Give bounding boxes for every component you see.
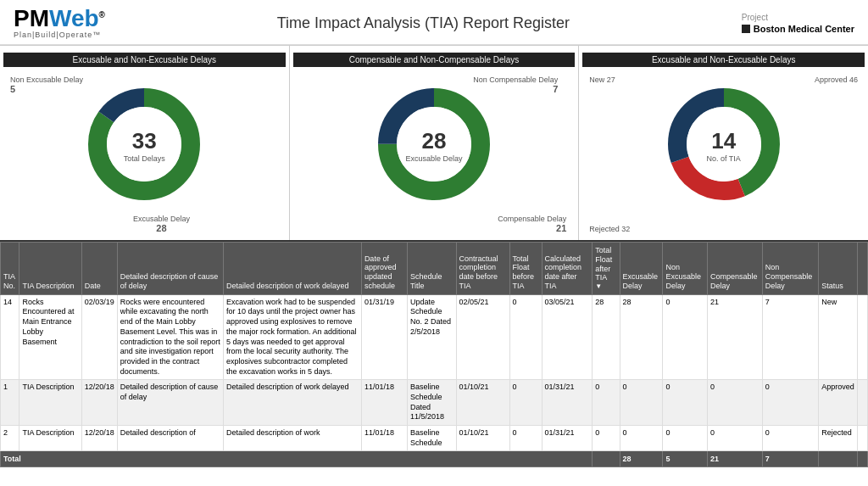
cell-total-float-before: 0	[509, 294, 542, 380]
donut-number-2: 28	[405, 128, 462, 154]
col-status: Status	[819, 243, 858, 295]
cell-approved-date: 01/31/19	[361, 294, 407, 380]
cell-work-delayed: Detailed description of work delayed	[223, 380, 361, 426]
project-name-text: Boston Medical Center	[754, 24, 854, 34]
annotation-rejected: Rejected 32	[589, 225, 630, 233]
cell-compensable: 21	[707, 294, 762, 380]
cell-total-float-after: 28	[593, 294, 620, 380]
col-excusable: Excusable Delay	[620, 243, 663, 295]
col-description: TIA Description	[19, 243, 81, 295]
chart-title-1: Excusable and Non-Excusable Delays	[3, 53, 286, 67]
chart-panel-2: Compensable and Non-Compensable Delays N…	[290, 46, 580, 240]
logo: PMWeb®	[14, 7, 105, 31]
table-row: 1 TIA Description 12/20/18 Detailed desc…	[1, 380, 868, 426]
table-section: TIA No. TIA Description Date Detailed de…	[0, 240, 868, 467]
tia-table: TIA No. TIA Description Date Detailed de…	[0, 242, 868, 467]
col-total-float-before: Total Float before TIA	[509, 243, 542, 295]
logo-sub: Plan|Build|Operate™	[14, 31, 105, 39]
col-schedule-title: Schedule Title	[407, 243, 456, 295]
cell-contractual-date: 01/10/21	[456, 426, 509, 451]
cell-total-float-before: 0	[509, 380, 542, 426]
donut-number-1: 33	[124, 128, 165, 154]
cell-date: 12/20/18	[81, 426, 117, 451]
cell-description: Rocks Encountered at Main Entrance Lobby…	[19, 294, 81, 380]
annotation-non-excusable: Non Excusable Delay5	[10, 75, 83, 94]
col-approved-date: Date of approved updated schedule	[361, 243, 407, 295]
cell-contractual-date: 01/10/21	[456, 380, 509, 426]
table-row: 14 Rocks Encountered at Main Entrance Lo…	[1, 294, 868, 380]
cell-compensable: 0	[707, 426, 762, 451]
table-row: 2 TIA Description 12/20/18 Detailed desc…	[1, 426, 868, 451]
cell-contractual-date: 02/05/21	[456, 294, 509, 380]
cell-total-float-before: 0	[509, 426, 542, 451]
project-square-icon	[742, 25, 750, 33]
donut-number-3: 14	[706, 128, 740, 154]
cell-work-delayed: Excavation work had to be suspended for …	[223, 294, 361, 380]
sort-icon[interactable]: ▼	[595, 282, 616, 291]
cell-description: TIA Description	[19, 380, 81, 426]
footer-excusable: 28	[620, 451, 663, 467]
footer-status-empty	[819, 451, 858, 467]
cell-excusable: 0	[620, 426, 663, 451]
annotation-excusable: Excusable Delay28	[133, 215, 190, 233]
logo-pm: PM	[14, 5, 49, 31]
cell-cause: Detailed description of cause of delay	[117, 380, 223, 426]
charts-section: Excusable and Non-Excusable Delays Non E…	[0, 45, 868, 240]
col-date: Date	[81, 243, 117, 295]
project-label: Project	[742, 13, 854, 22]
page-title: Time Impact Analysis (TIA) Report Regist…	[277, 14, 570, 32]
cell-scrollbar	[858, 426, 868, 451]
cell-tia-no: 14	[1, 294, 19, 380]
annotation-new: New 27	[589, 75, 615, 84]
chart-title-3: Excusable and Non-Excusable Delays	[582, 53, 865, 67]
annotation-compensable: Compensable Delay21	[498, 215, 566, 233]
col-scrollbar[interactable]	[858, 243, 868, 295]
cell-non-excusable: 0	[663, 294, 708, 380]
cell-status: Rejected	[819, 426, 858, 451]
cell-non-compensable: 0	[762, 426, 819, 451]
cell-status: Approved	[819, 380, 858, 426]
col-contractual-date: Contractual completion date before TIA	[456, 243, 509, 295]
col-non-excusable: Non Excusable Delay	[663, 243, 708, 295]
cell-cause: Detailed description of	[117, 426, 223, 451]
cell-total-float-after: 0	[593, 380, 620, 426]
footer-scrollbar	[858, 451, 868, 467]
col-non-compensable: Non Compensable Delay	[762, 243, 819, 295]
footer-label: Total	[1, 451, 593, 467]
cell-calc-date: 01/31/21	[542, 380, 593, 426]
cell-description: TIA Description	[19, 426, 81, 451]
cell-calc-date: 03/05/21	[542, 294, 593, 380]
annotation-approved: Approved 46	[815, 75, 858, 84]
logo-area: PMWeb® Plan|Build|Operate™	[14, 7, 105, 39]
cell-non-excusable: 0	[663, 380, 708, 426]
chart-title-2: Compensable and Non-Compensable Delays	[293, 53, 576, 67]
cell-tia-no: 1	[1, 380, 19, 426]
cell-scrollbar	[858, 294, 868, 380]
logo-web: Web	[49, 5, 99, 31]
logo-reg: ®	[99, 10, 105, 20]
col-cause: Detailed description of cause of delay	[117, 243, 223, 295]
cell-work-delayed: Detailed description of work	[223, 426, 361, 451]
col-work-delayed: Detailed description of work delayed	[223, 243, 361, 295]
cell-cause: Rocks were encountered while excavating …	[117, 294, 223, 380]
cell-schedule-title: Update Schedule No. 2 Dated 2/5/2018	[407, 294, 456, 380]
cell-calc-date: 01/31/21	[542, 426, 593, 451]
project-name: Boston Medical Center	[742, 24, 854, 34]
cell-approved-date: 11/01/18	[361, 380, 407, 426]
col-compensable: Compensable Delay	[707, 243, 762, 295]
donut-label-2: Excusable Delay	[405, 154, 462, 163]
cell-non-compensable: 7	[762, 294, 819, 380]
cell-tia-no: 2	[1, 426, 19, 451]
header: PMWeb® Plan|Build|Operate™ Time Impact A…	[0, 0, 868, 45]
cell-excusable: 28	[620, 294, 663, 380]
cell-schedule-title: Baseline Schedule Dated 11/5/2018	[407, 380, 456, 426]
cell-date: 02/03/19	[81, 294, 117, 380]
footer-non-excusable: 5	[663, 451, 708, 467]
chart-panel-3: Excusable and Non-Excusable Delays New 2…	[579, 46, 868, 240]
cell-non-compensable: 0	[762, 380, 819, 426]
cell-approved-date: 11/01/18	[361, 426, 407, 451]
project-box: Project Boston Medical Center	[742, 13, 854, 34]
donut-label-3: No. of TIA	[706, 154, 740, 163]
footer-non-compensable: 7	[762, 451, 819, 467]
footer-compensable: 21	[707, 451, 762, 467]
